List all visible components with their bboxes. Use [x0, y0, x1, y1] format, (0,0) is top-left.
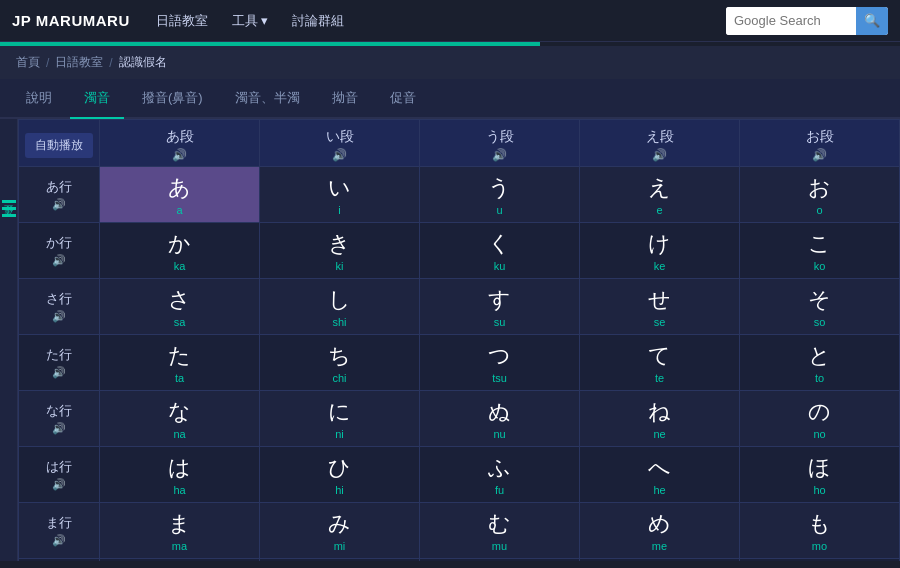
tab-sokuon[interactable]: 促音 — [376, 79, 430, 119]
tab-nasal[interactable]: 撥音(鼻音) — [128, 79, 217, 119]
kana-romaji: ta — [104, 372, 255, 384]
kana-cell-r5-c1[interactable]: ひhi — [260, 447, 420, 503]
kana-cell-r6-c4[interactable]: もmo — [740, 503, 900, 559]
kana-cell-r7-c3[interactable] — [580, 559, 740, 562]
kana-cell-r4-c2[interactable]: ぬnu — [420, 391, 580, 447]
kana-romaji: sa — [104, 316, 255, 328]
kana-romaji: ni — [264, 428, 415, 440]
kana-cell-r2-c0[interactable]: さsa — [100, 279, 260, 335]
kana-cell-r2-c3[interactable]: せse — [580, 279, 740, 335]
nav-forum[interactable]: 討論群組 — [290, 8, 346, 34]
kana-cell-r4-c0[interactable]: なna — [100, 391, 260, 447]
breadcrumb-home[interactable]: 首頁 — [16, 54, 40, 71]
col-header-i: い段 🔊 — [260, 120, 420, 167]
tabs: 說明 濁音 撥音(鼻音) 濁音、半濁 拗音 促音 — [0, 79, 900, 119]
side-bar-1 — [2, 200, 16, 203]
search-input[interactable] — [726, 7, 856, 35]
kana-cell-r5-c0[interactable]: はha — [100, 447, 260, 503]
kana-cell-r6-c2[interactable]: むmu — [420, 503, 580, 559]
kana-cell-r4-c1[interactable]: にni — [260, 391, 420, 447]
row-sound-icon[interactable]: 🔊 — [27, 310, 91, 323]
side-note-label: 停止 — [2, 220, 15, 222]
tab-youon[interactable]: 拗音 — [318, 79, 372, 119]
breadcrumb-current: 認識假名 — [119, 54, 167, 71]
kana-cell-r0-c4[interactable]: おo — [740, 167, 900, 223]
row-title: た行 — [27, 346, 91, 364]
kana-cell-r4-c3[interactable]: ねne — [580, 391, 740, 447]
kana-romaji: u — [424, 204, 575, 216]
kana-cell-r0-c3[interactable]: えe — [580, 167, 740, 223]
kana-cell-r1-c1[interactable]: きki — [260, 223, 420, 279]
kana-cell-r1-c3[interactable]: けke — [580, 223, 740, 279]
col-header-e: え段 🔊 — [580, 120, 740, 167]
row-sound-icon[interactable]: 🔊 — [27, 366, 91, 379]
kana-char: へ — [584, 453, 735, 483]
kana-cell-r3-c4[interactable]: とto — [740, 335, 900, 391]
kana-char: も — [744, 509, 895, 539]
row-title: な行 — [27, 402, 91, 420]
kana-romaji: to — [744, 372, 895, 384]
row-sound-icon[interactable]: 🔊 — [27, 254, 91, 267]
kana-cell-r2-c2[interactable]: すsu — [420, 279, 580, 335]
kana-cell-r3-c1[interactable]: ちchi — [260, 335, 420, 391]
kana-cell-r5-c3[interactable]: へhe — [580, 447, 740, 503]
kana-cell-r3-c0[interactable]: たta — [100, 335, 260, 391]
row-sound-icon[interactable]: 🔊 — [27, 422, 91, 435]
kana-romaji: ku — [424, 260, 575, 272]
kana-cell-r1-c2[interactable]: くku — [420, 223, 580, 279]
tab-description[interactable]: 說明 — [12, 79, 66, 119]
col-sound-a[interactable]: 🔊 — [106, 148, 253, 162]
kana-cell-r2-c1[interactable]: しshi — [260, 279, 420, 335]
kana-cell-r0-c2[interactable]: うu — [420, 167, 580, 223]
table-row: か行🔊かkaきkiくkuけkeこko — [19, 223, 900, 279]
kana-romaji: so — [744, 316, 895, 328]
col-sound-u[interactable]: 🔊 — [426, 148, 573, 162]
kana-char: た — [104, 341, 255, 371]
kana-cell-r6-c1[interactable]: みmi — [260, 503, 420, 559]
kana-romaji: nu — [424, 428, 575, 440]
kana-char: こ — [744, 229, 895, 259]
col-sound-o[interactable]: 🔊 — [746, 148, 893, 162]
kana-cell-r0-c1[interactable]: いi — [260, 167, 420, 223]
col-header-u: う段 🔊 — [420, 120, 580, 167]
kana-romaji: he — [584, 484, 735, 496]
kana-char: か — [104, 229, 255, 259]
kana-romaji: e — [584, 204, 735, 216]
kana-cell-r0-c0[interactable]: あa — [100, 167, 260, 223]
search-button[interactable]: 🔍 — [856, 7, 888, 35]
kana-char: に — [264, 397, 415, 427]
kana-cell-r5-c2[interactable]: ふfu — [420, 447, 580, 503]
kana-cell-r5-c4[interactable]: ほho — [740, 447, 900, 503]
kana-cell-r7-c2[interactable]: ゆyu — [420, 559, 580, 562]
row-label-3: た行🔊 — [19, 335, 100, 391]
col-sound-i[interactable]: 🔊 — [266, 148, 413, 162]
kana-cell-r1-c0[interactable]: かka — [100, 223, 260, 279]
kana-cell-r4-c4[interactable]: のno — [740, 391, 900, 447]
kana-cell-r7-c0[interactable]: やya — [100, 559, 260, 562]
kana-cell-r7-c4[interactable]: よyo — [740, 559, 900, 562]
col-sound-e[interactable]: 🔊 — [586, 148, 733, 162]
kana-cell-r6-c0[interactable]: まma — [100, 503, 260, 559]
kana-cell-r3-c3[interactable]: てte — [580, 335, 740, 391]
kana-cell-r7-c1[interactable] — [260, 559, 420, 562]
auto-play-button[interactable]: 自動播放 — [25, 133, 93, 158]
row-sound-icon[interactable]: 🔊 — [27, 534, 91, 547]
kana-cell-r6-c3[interactable]: めme — [580, 503, 740, 559]
kana-cell-r3-c2[interactable]: つtsu — [420, 335, 580, 391]
nav-japanese-class[interactable]: 日語教室 — [154, 8, 210, 34]
kana-cell-r2-c4[interactable]: そso — [740, 279, 900, 335]
kana-romaji: no — [744, 428, 895, 440]
kana-char: ね — [584, 397, 735, 427]
row-sound-icon[interactable]: 🔊 — [27, 478, 91, 491]
tab-half-dakuon[interactable]: 濁音、半濁 — [221, 79, 314, 119]
nav-tools[interactable]: 工具 ▾ — [230, 8, 270, 34]
kana-romaji: mo — [744, 540, 895, 552]
kana-char: ふ — [424, 453, 575, 483]
tab-dakuon[interactable]: 濁音 — [70, 79, 124, 119]
col-header-a: あ段 🔊 — [100, 120, 260, 167]
col-header-o: お段 🔊 — [740, 120, 900, 167]
side-bar-3 — [2, 214, 16, 217]
kana-cell-r1-c4[interactable]: こko — [740, 223, 900, 279]
breadcrumb-japanese[interactable]: 日語教室 — [55, 54, 103, 71]
row-sound-icon[interactable]: 🔊 — [27, 198, 91, 211]
